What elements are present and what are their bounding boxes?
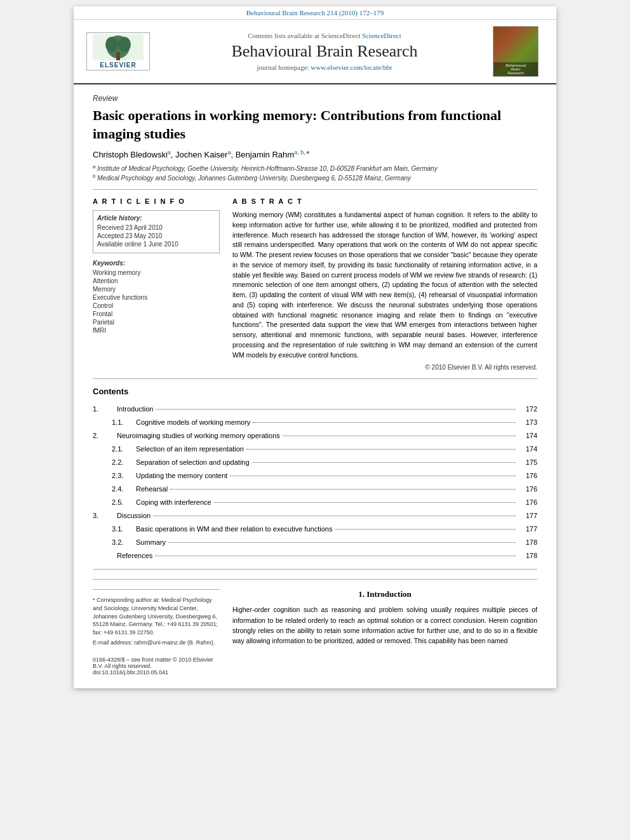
toc-dots [252,453,516,463]
history-received: Received 23 April 2010 [97,224,215,231]
article-history-box: Article history: Received 23 April 2010 … [93,210,220,253]
kw-parietal: Parietal [93,319,220,326]
history-online: Available online 1 June 2010 [97,241,215,248]
toc-item: 3.Discussion177 [93,508,537,519]
corresponding-author-note: * Corresponding author at: Medical Psych… [93,596,220,636]
toc-page: 173 [518,418,537,426]
svg-point-4 [118,37,131,52]
svg-rect-2 [116,52,120,60]
top-banner: Behavioural Brain Research 214 (2010) 17… [74,6,556,20]
toc-num: 2.2. [112,458,136,466]
toc-page: 174 [518,445,537,453]
toc-label: Discussion [117,512,151,519]
toc-dots [246,439,516,450]
toc-item: References178 [93,548,537,559]
toc-num: 3.2. [112,538,136,546]
kw-memory: Memory [93,286,220,293]
kw-frontal: Frontal [93,310,220,317]
svg-point-3 [105,37,118,52]
toc-dots [155,546,516,556]
toc-dots [214,493,516,503]
article-title: Basic operations in working memory: Cont… [93,107,537,143]
contents-heading: Contents [93,387,537,396]
keywords-label: Keywords: [93,260,220,267]
toc-label: Introduction [117,405,153,413]
journal-homepage: journal homepage: www.elsevier.com/locat… [156,63,493,71]
toc-dots [168,533,516,543]
toc-label: References [117,552,152,559]
toc-label: Basic operations in WM and their relatio… [136,525,332,533]
intro-columns: * Corresponding author at: Medical Psych… [93,589,537,676]
toc-item: 2.5.Coping with interference176 [93,495,537,506]
bottom-info: 0166-4328/$ – see front matter © 2010 El… [93,657,220,676]
toc-label: Summary [136,538,166,546]
abstract-text: Working memory (WM) constitutes a fundam… [232,210,537,360]
toc-page: 175 [518,458,537,466]
toc-label: Separation of selection and updating [136,458,250,466]
toc-num: 2.1. [112,445,136,453]
toc-num: 2. [93,432,117,439]
intro-section-heading: 1. Introduction [232,589,537,599]
article-body: Review Basic operations in working memor… [74,84,556,688]
toc-page: 176 [518,485,537,493]
toc-label: Updating the memory content [136,472,227,479]
toc-label: Coping with interference [136,498,211,506]
toc-num: 1. [93,405,117,413]
article-authors: Christoph Bledowskia, Jochen Kaisera, Be… [93,149,537,159]
toc-item: 2.4.Rehearsal176 [93,481,537,493]
introduction-section: * Corresponding author at: Medical Psych… [93,579,537,676]
toc-label: Selection of an item representation [136,445,244,453]
copyright-line: © 2010 Elsevier B.V. All rights reserved… [232,364,537,371]
toc-dots [153,506,516,516]
toc-item: 2.1.Selection of an item representation1… [93,441,537,453]
article-info-column: A R T I C L E I N F O Article history: R… [93,197,220,371]
toc-label: Neuroimaging studies of working memory o… [117,432,280,439]
toc-num: 3. [93,512,117,519]
toc-container: 1.Introduction1721.1.Cognitive models of… [93,401,537,559]
toc-page: 176 [518,498,537,506]
abstract-column: A B S T R A C T Working memory (WM) cons… [232,197,537,371]
toc-dots [170,479,516,490]
intro-right-column: 1. Introduction Higher-order cognition s… [232,589,537,676]
toc-item: 2.Neuroimaging studies of working memory… [93,428,537,439]
intro-body-text: Higher-order cognition such as reasoning… [232,604,537,646]
issn-line: 0166-4328/$ – see front matter © 2010 El… [93,657,220,669]
toc-item: 3.2.Summary178 [93,535,537,546]
toc-page: 177 [518,525,537,533]
divider-2 [93,378,537,379]
kw-fmri: fMRI [93,327,220,334]
toc-num: 2.5. [112,498,136,506]
toc-dots [283,426,516,436]
toc-num: 2.3. [112,472,136,479]
toc-dots [253,413,516,423]
toc-page: 176 [518,472,537,479]
journal-thumbnail: BehaviouralBrainResearch [493,26,539,77]
kw-executive: Executive functions [93,294,220,301]
kw-control: Control [93,302,220,309]
keywords-box: Keywords: Working memory Attention Memor… [93,260,220,334]
affiliation-b: b Medical Psychology and Sociology, Joha… [93,173,537,182]
toc-label: Cognitive models of working memory [136,418,250,426]
thumbnail-label: BehaviouralBrainResearch [493,62,538,76]
sup-ab: a, b,∗ [294,149,311,156]
elsevier-logo-area: ELSEVIER [86,32,156,70]
intro-left-column: * Corresponding author at: Medical Psych… [93,589,220,676]
elsevier-tree-icon [93,34,144,60]
toc-dots [230,466,516,476]
sup-a2: a [227,149,231,156]
elsevier-logo: ELSEVIER [86,32,150,70]
toc-dots [156,399,516,410]
sciencedirect-link[interactable]: ScienceDirect [362,32,401,39]
contents-section: Contents 1.Introduction1721.1.Cognitive … [93,387,537,559]
toc-item: 3.1.Basic operations in WM and their rel… [93,521,537,533]
kw-working-memory: Working memory [93,269,220,276]
footnote-divider [93,589,220,592]
article-info-heading: A R T I C L E I N F O [93,197,220,205]
toc-item: 1.1.Cognitive models of working memory17… [93,415,537,426]
toc-label: Rehearsal [136,485,168,493]
journal-center: Contents lists available at ScienceDirec… [156,32,493,71]
abstract-heading: A B S T R A C T [232,197,537,205]
journal-thumbnail-area: BehaviouralBrainResearch [493,26,544,77]
homepage-link[interactable]: www.elsevier.com/locate/bbr [311,63,392,71]
toc-item: 2.3.Updating the memory content176 [93,468,537,479]
